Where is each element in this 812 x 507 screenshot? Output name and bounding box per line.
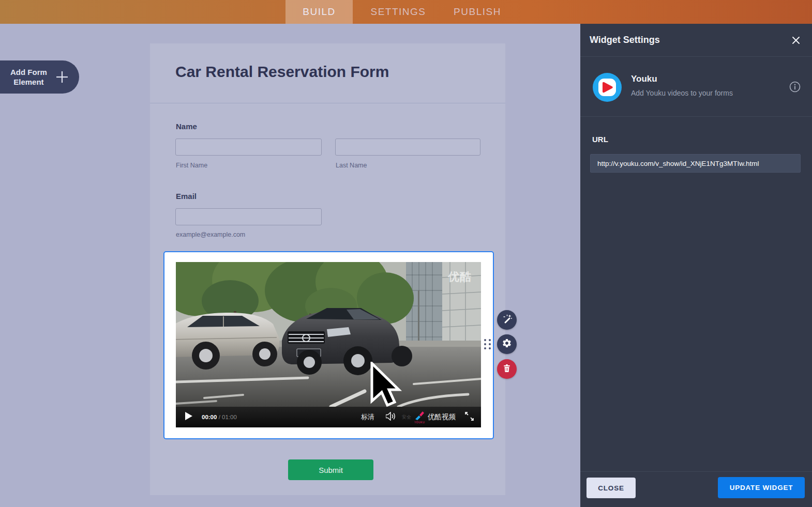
form-canvas: Add Form Element Car Rental Reservation … (0, 24, 580, 507)
top-bar: BUILD SETTINGS PUBLISH (0, 0, 812, 24)
add-form-element-button[interactable]: Add Form Element (0, 60, 79, 94)
widget-name: Youku (631, 74, 657, 84)
fullscreen-icon[interactable] (465, 412, 474, 423)
panel-title: Widget Settings (590, 35, 660, 45)
title-divider (150, 103, 505, 103)
plus-icon (54, 69, 70, 85)
panel-header: Widget Settings (580, 24, 812, 57)
info-icon[interactable] (789, 81, 801, 95)
video-player[interactable]: 优酷 00:00 / 01:00 标清 (176, 262, 481, 427)
widget-settings-button[interactable] (497, 334, 517, 354)
play-icon[interactable] (185, 412, 192, 422)
tab-publish[interactable]: PUBLISH (444, 0, 511, 24)
youku-widget-icon (593, 73, 622, 104)
panel-footer: CLOSE UPDATE WIDGET (580, 471, 812, 507)
nav-tabs: BUILD SETTINGS PUBLISH (285, 0, 511, 24)
magic-wand-icon (502, 314, 512, 326)
youku-video-widget[interactable]: 优酷 00:00 / 01:00 标清 (163, 251, 494, 439)
last-name-sublabel: Last Name (336, 162, 367, 169)
widget-info-row: Youku Add Youku videos to your forms (580, 57, 812, 117)
email-field-label: Email (176, 192, 197, 201)
gear-icon (502, 338, 512, 350)
widget-settings-panel: Widget Settings Youku Add Youku videos t… (580, 24, 812, 507)
close-icon[interactable] (790, 35, 802, 46)
video-faint-label: 安全 (402, 414, 411, 421)
tab-settings[interactable]: SETTINGS (365, 0, 432, 24)
delete-widget-button[interactable] (497, 359, 517, 379)
video-controls-bar: 00:00 / 01:00 标清 安全 (176, 407, 481, 427)
youku-watermark: 优酷 (448, 269, 472, 285)
volume-icon[interactable] (386, 412, 397, 423)
widget-description: Add Youku videos to your forms (631, 89, 733, 97)
name-field-label: Name (176, 122, 197, 131)
first-name-input[interactable] (175, 139, 322, 156)
submit-button[interactable]: Submit (288, 459, 373, 480)
email-sublabel: example@example.com (176, 231, 245, 238)
first-name-sublabel: First Name (176, 162, 207, 169)
quality-selector[interactable]: 标清 (361, 412, 374, 422)
email-input[interactable] (175, 208, 322, 225)
tab-build[interactable]: BUILD (285, 0, 353, 24)
update-widget-button[interactable]: UPDATE WIDGET (718, 477, 805, 498)
add-form-element-label: Add Form Element (10, 67, 47, 87)
last-name-input[interactable] (335, 139, 480, 156)
magic-wand-button[interactable] (497, 310, 517, 330)
form-title[interactable]: Car Rental Reservation Form (175, 63, 389, 81)
close-button[interactable]: CLOSE (587, 478, 636, 498)
form-card: Car Rental Reservation Form Name First N… (150, 43, 505, 495)
url-input[interactable] (590, 154, 801, 173)
widget-drag-handle[interactable] (484, 339, 491, 349)
url-label: URL (592, 135, 608, 144)
video-thumbnail (176, 262, 481, 407)
youku-brand-label: 优酷视频 (428, 412, 456, 422)
youku-logo-icon: YOUKU (414, 411, 425, 423)
video-time: 00:00 / 01:00 (202, 414, 237, 420)
trash-icon (502, 363, 512, 375)
